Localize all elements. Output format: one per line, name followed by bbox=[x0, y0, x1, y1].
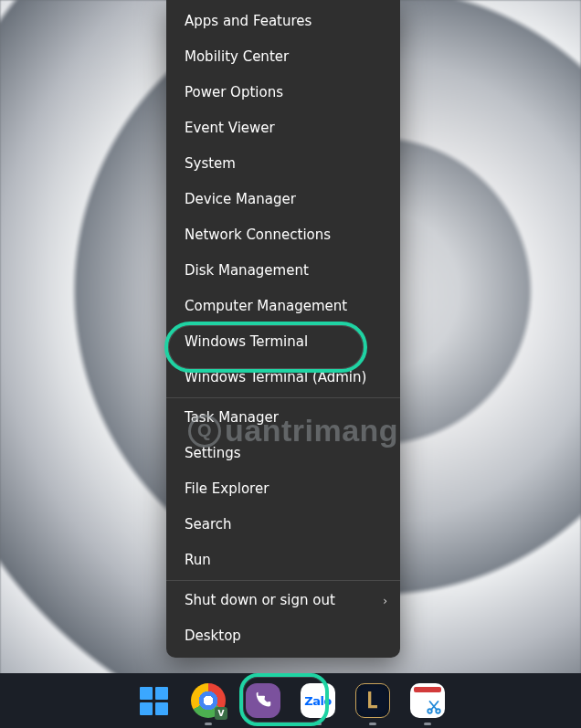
taskbar-item-zalo[interactable]: Zalo bbox=[299, 681, 337, 720]
menu-item-label: Disk Management bbox=[185, 262, 309, 279]
menu-item-task-manager[interactable]: Task Manager bbox=[166, 400, 400, 436]
menu-item-mobility-center[interactable]: Mobility Center bbox=[166, 39, 400, 75]
menu-item-file-explorer[interactable]: File Explorer bbox=[166, 471, 400, 507]
menu-item-system[interactable]: System bbox=[166, 146, 400, 182]
menu-item-run[interactable]: Run bbox=[166, 543, 400, 578]
menu-item-network-connections[interactable]: Network Connections bbox=[166, 217, 400, 253]
menu-item-windows-terminal[interactable]: Windows Terminal bbox=[166, 324, 400, 360]
menu-divider bbox=[166, 397, 400, 398]
menu-item-label: Task Manager bbox=[185, 409, 279, 426]
menu-item-label: File Explorer bbox=[185, 480, 269, 497]
menu-item-label: Power Options bbox=[185, 84, 283, 100]
windows-logo-icon bbox=[140, 687, 168, 715]
menu-item-label: Shut down or sign out bbox=[185, 592, 335, 608]
menu-item-shut-down[interactable]: Shut down or sign out › bbox=[166, 583, 400, 618]
menu-item-label: Mobility Center bbox=[185, 48, 289, 65]
menu-item-windows-terminal-admin[interactable]: Windows Terminal (Admin) bbox=[166, 360, 400, 396]
taskbar: V Zalo bbox=[0, 673, 581, 728]
menu-item-device-manager[interactable]: Device Manager bbox=[166, 182, 400, 217]
taskbar-item-viber[interactable] bbox=[244, 681, 282, 720]
zalo-label: Zalo bbox=[304, 694, 332, 708]
taskbar-item-chrome[interactable]: V bbox=[189, 681, 227, 720]
menu-item-label: Settings bbox=[185, 445, 241, 461]
menu-item-power-options[interactable]: Power Options bbox=[166, 75, 400, 111]
menu-item-label: Search bbox=[185, 516, 232, 533]
taskbar-item-league-of-legends[interactable] bbox=[354, 681, 392, 720]
chrome-profile-badge-icon: V bbox=[215, 707, 227, 720]
menu-item-settings[interactable]: Settings bbox=[166, 436, 400, 471]
menu-item-label: Computer Management bbox=[185, 298, 347, 314]
winx-context-menu: Apps and Features Mobility Center Power … bbox=[166, 0, 400, 658]
menu-item-label: Windows Terminal bbox=[185, 333, 308, 350]
start-button[interactable] bbox=[134, 681, 173, 720]
menu-item-event-viewer[interactable]: Event Viewer bbox=[166, 111, 400, 146]
league-of-legends-icon bbox=[355, 683, 390, 718]
chrome-icon: V bbox=[191, 683, 226, 718]
menu-item-desktop[interactable]: Desktop bbox=[166, 618, 400, 654]
menu-item-label: Desktop bbox=[185, 628, 241, 644]
menu-item-search[interactable]: Search bbox=[166, 507, 400, 543]
menu-item-disk-management[interactable]: Disk Management bbox=[166, 253, 400, 289]
snipping-tool-icon bbox=[410, 683, 445, 718]
menu-item-label: Apps and Features bbox=[185, 13, 312, 29]
zalo-icon: Zalo bbox=[301, 683, 335, 718]
menu-divider bbox=[166, 580, 400, 581]
chevron-right-icon: › bbox=[383, 596, 387, 607]
menu-item-label: Event Viewer bbox=[185, 120, 275, 136]
menu-item-label: Device Manager bbox=[185, 191, 296, 207]
taskbar-item-snipping-tool[interactable] bbox=[408, 681, 447, 720]
menu-item-label: System bbox=[185, 155, 236, 172]
menu-item-computer-management[interactable]: Computer Management bbox=[166, 289, 400, 324]
viber-icon bbox=[246, 683, 280, 718]
menu-item-apps-features[interactable]: Apps and Features bbox=[166, 4, 400, 39]
menu-item-label: Network Connections bbox=[185, 227, 331, 243]
menu-item-label: Windows Terminal (Admin) bbox=[185, 369, 366, 385]
menu-item-label: Run bbox=[185, 552, 211, 568]
